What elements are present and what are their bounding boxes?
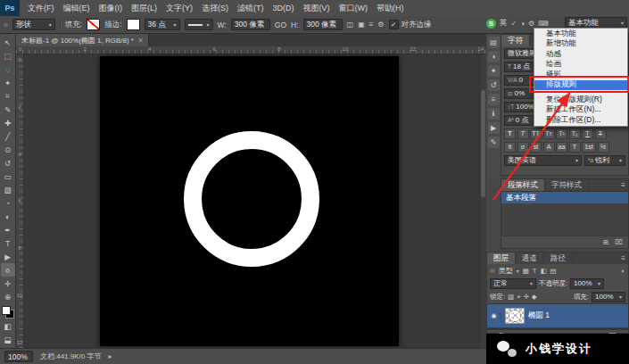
document-tab[interactable]: 未标题-1 @ 100%(椭圆 1, RGB/8) * × bbox=[16, 34, 149, 46]
actions-panel-icon[interactable]: ▶ bbox=[488, 122, 500, 134]
lasso-tool[interactable]: ◌ bbox=[1, 62, 15, 76]
workspace-item-motion[interactable]: 动感 bbox=[534, 49, 627, 60]
path-operations-icon[interactable]: ◫ bbox=[347, 21, 354, 29]
filter-switch-icon[interactable]: ◐ bbox=[621, 267, 625, 275]
brush-tool[interactable]: ╱ bbox=[1, 129, 15, 143]
filter-type-layers-icon[interactable]: T bbox=[533, 267, 537, 275]
menu-item-select[interactable]: 选择(S) bbox=[197, 0, 233, 16]
all-caps-button[interactable]: TT bbox=[530, 128, 542, 139]
shape-width-field[interactable]: 300 像素 bbox=[231, 19, 270, 30]
antialias-select[interactable]: ªa 锐利▾ bbox=[584, 155, 625, 166]
link-dimensions-icon[interactable]: GO bbox=[275, 21, 286, 29]
color-panel-icon[interactable]: ▤ bbox=[488, 37, 500, 48]
menu-item-filter[interactable]: 滤镜(T) bbox=[233, 0, 269, 16]
lock-position-icon[interactable]: ✛ bbox=[523, 293, 528, 301]
filter-shape-layers-icon[interactable]: ◧ bbox=[540, 267, 546, 275]
tab-channels[interactable]: 通道 bbox=[516, 252, 544, 264]
zoom-field[interactable]: 100% bbox=[4, 351, 33, 362]
menu-item-3d[interactable]: 3D(D) bbox=[269, 0, 299, 16]
ime-language-toggle[interactable]: 英 bbox=[500, 18, 508, 29]
ellipse-shape-tool[interactable]: ○ bbox=[1, 263, 15, 277]
faux-italic-button[interactable]: T bbox=[517, 128, 529, 139]
foreground-color-swatch[interactable] bbox=[2, 306, 11, 315]
tab-paragraph-styles[interactable]: 段落样式 bbox=[501, 179, 545, 191]
path-arrange-icon[interactable]: ≡ bbox=[369, 21, 374, 29]
filter-caret-icon[interactable]: ▾ bbox=[517, 268, 519, 274]
lock-pixels-icon[interactable]: ⌖ bbox=[517, 293, 520, 302]
adjustments-panel-icon[interactable]: ◑ bbox=[488, 51, 500, 62]
document-canvas[interactable] bbox=[100, 56, 399, 346]
ime-keyboard-icon[interactable]: ⌨ bbox=[538, 20, 549, 28]
gear-icon[interactable]: ⚙ bbox=[377, 21, 384, 29]
scrollbar-thumb[interactable] bbox=[481, 90, 485, 197]
path-alignment-icon[interactable]: ▣ bbox=[358, 21, 365, 29]
healing-brush-tool[interactable]: ✚ bbox=[1, 116, 15, 129]
crop-tool[interactable]: ⌗ bbox=[1, 89, 15, 103]
workspace-item-painting[interactable]: 绘画 bbox=[534, 60, 627, 70]
brush-panel-icon[interactable]: ✎ bbox=[488, 136, 500, 148]
quick-mask-button[interactable]: ◧ bbox=[1, 319, 15, 333]
ime-check-icon[interactable]: ✓ bbox=[511, 20, 517, 28]
fill-swatch[interactable] bbox=[87, 19, 100, 30]
strikethrough-button[interactable]: T bbox=[595, 128, 607, 139]
gradient-tool[interactable]: ▨ bbox=[1, 183, 15, 196]
ordinals-button[interactable]: 1st bbox=[582, 142, 596, 153]
clone-stamp-tool[interactable]: ⊙ bbox=[1, 143, 15, 156]
quick-selection-tool[interactable]: ✦ bbox=[1, 76, 15, 89]
menu-item-view[interactable]: 视图(V) bbox=[299, 0, 335, 16]
ligatures-button[interactable]: fi bbox=[504, 142, 516, 153]
screen-mode-button[interactable]: ⬓ bbox=[1, 333, 15, 346]
lock-transparency-icon[interactable]: ▨ bbox=[508, 293, 514, 301]
path-selection-tool[interactable]: ▶ bbox=[1, 250, 15, 263]
layer-row-ellipse-1[interactable]: ◉ 椭圆 1 bbox=[487, 304, 628, 327]
dodge-tool[interactable]: ◐ bbox=[1, 210, 15, 223]
menu-item-image[interactable]: 图像(I) bbox=[95, 0, 128, 16]
workspace-reset-item[interactable]: 复位排版规则(R) bbox=[534, 95, 627, 105]
style-item-basic-paragraph[interactable]: 基本段落 bbox=[501, 192, 628, 203]
zoom-tool[interactable]: ⊕ bbox=[1, 290, 15, 303]
faux-bold-button[interactable]: T bbox=[504, 128, 516, 139]
delete-style-button[interactable]: ⌧ bbox=[615, 238, 623, 246]
subscript-button[interactable]: T₁ bbox=[569, 128, 581, 139]
ime-halfwidth-icon[interactable]: ◑ bbox=[520, 20, 525, 28]
rectangular-marquee-tool[interactable]: ⬚ bbox=[1, 49, 15, 62]
tab-paths[interactable]: 路径 bbox=[544, 252, 573, 264]
stroke-width-field[interactable]: 36 点▾ bbox=[145, 19, 180, 30]
menu-item-edit[interactable]: 编辑(E) bbox=[59, 0, 95, 16]
history-panel-icon[interactable]: ↺ bbox=[488, 79, 500, 91]
eyedropper-tool[interactable]: ✎ bbox=[1, 103, 15, 116]
ime-settings-icon[interactable]: ⚙ bbox=[528, 20, 534, 28]
tab-character-styles[interactable]: 字符样式 bbox=[545, 179, 589, 191]
panel-menu-icon[interactable]: ≡ bbox=[621, 254, 625, 262]
align-edges-checkbox[interactable]: ✓ 对齐边缘 bbox=[389, 20, 432, 30]
new-style-button[interactable]: ⊞ bbox=[603, 238, 608, 246]
stroke-type-select[interactable]: ▾ bbox=[185, 19, 213, 30]
swash-button[interactable]: σ bbox=[517, 142, 529, 153]
oldstyle-button[interactable]: T bbox=[569, 142, 581, 153]
menu-item-layer[interactable]: 图层(L) bbox=[127, 0, 161, 16]
discretionary-ligatures-button[interactable]: st bbox=[530, 142, 542, 153]
titling-alternates-button[interactable]: A bbox=[543, 142, 555, 153]
blend-mode-select[interactable]: 正常▾ bbox=[490, 278, 536, 289]
workspace-item-new-features[interactable]: 新增功能 bbox=[534, 39, 627, 50]
opacity-field[interactable]: 100%▾ bbox=[570, 278, 604, 289]
underline-button[interactable]: T bbox=[582, 128, 593, 139]
vertical-scrollbar[interactable] bbox=[479, 54, 486, 348]
status-arrow-icon[interactable]: ▸ bbox=[108, 352, 112, 360]
stylistic-alternates-button[interactable]: aa bbox=[556, 142, 567, 153]
tool-mode-select[interactable]: 形状▾ bbox=[12, 19, 55, 30]
shape-height-field[interactable]: 300 像素 bbox=[303, 19, 343, 30]
fractions-button[interactable]: ½ bbox=[598, 142, 609, 153]
workspace-new-item[interactable]: 新建工作区(N)... bbox=[534, 105, 627, 116]
eraser-tool[interactable]: ▭ bbox=[1, 170, 15, 183]
styles-panel-icon[interactable]: ✦ bbox=[488, 65, 500, 77]
blur-tool[interactable]: ◔ bbox=[1, 196, 15, 210]
menu-item-file[interactable]: 文件(F) bbox=[23, 0, 59, 16]
fill-opacity-field[interactable]: 100%▾ bbox=[592, 292, 625, 302]
superscript-button[interactable]: T¹ bbox=[556, 128, 567, 139]
visibility-eye-icon[interactable]: ◉ bbox=[487, 312, 501, 319]
stroke-swatch[interactable] bbox=[127, 19, 140, 30]
panel-menu-icon[interactable]: ≡ bbox=[621, 181, 625, 189]
tab-layers[interactable]: 图层 bbox=[487, 252, 516, 264]
type-tool[interactable]: T bbox=[1, 236, 15, 250]
